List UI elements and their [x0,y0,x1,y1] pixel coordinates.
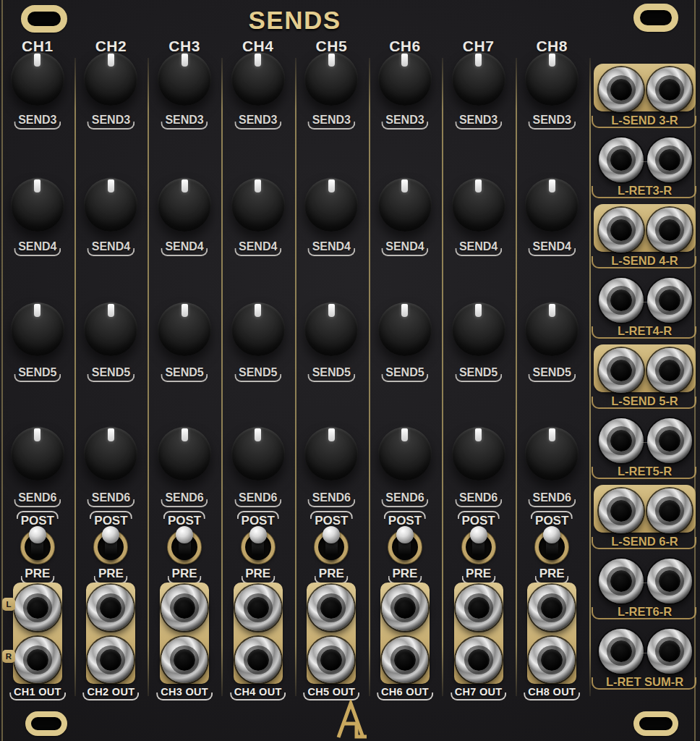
send-level-knob[interactable] [231,302,285,356]
send-level-knob[interactable] [158,52,211,106]
send-jack-left[interactable] [599,67,644,112]
send-level-knob[interactable] [452,427,505,480]
output-jack-left[interactable] [308,585,354,631]
output-jack-left[interactable] [161,585,208,631]
send-level-knob[interactable] [452,178,505,232]
send-level-knob[interactable] [378,302,432,356]
output-jack-right[interactable] [382,637,428,683]
send-level-knob[interactable] [231,52,285,106]
pre-post-toggle[interactable] [92,527,129,566]
label-bracket [88,374,135,382]
send-level-knob[interactable] [452,302,505,356]
output-jack-left[interactable] [14,585,61,631]
channel-out-label: CH5 OUT [307,686,355,698]
pre-label: PRE [98,567,124,581]
send-level-knob[interactable] [84,178,137,232]
send-label: SEND3 [312,114,351,127]
label-bracket [529,374,576,382]
column-divider [516,58,517,696]
pre-post-toggle[interactable] [19,527,56,566]
label-bracket [308,374,355,382]
send-level-knob[interactable] [525,302,579,356]
toggle-lever-tip [176,526,193,543]
send-level-knob[interactable] [304,178,358,232]
pre-post-toggle[interactable] [460,527,498,566]
label-bracket [455,122,502,130]
output-jack-right[interactable] [14,637,61,683]
pre-post-toggle[interactable] [386,527,424,566]
send-jack-right[interactable] [647,488,692,533]
send-level-knob[interactable] [525,52,579,106]
toggle-lever-tip [543,526,560,543]
send-jack-right[interactable] [647,67,692,112]
send-level-knob[interactable] [304,302,358,356]
send-jack-right[interactable] [647,208,692,253]
output-jack-right[interactable] [88,637,134,683]
output-jack-right[interactable] [308,637,354,683]
send-level-knob[interactable] [84,52,137,106]
send-level-knob[interactable] [525,178,579,232]
send-jack-right[interactable] [647,348,692,393]
send-label: SEND4 [165,240,203,253]
output-jack-right[interactable] [161,637,208,683]
label-bracket [161,122,208,130]
send-level-knob[interactable] [378,52,432,106]
output-jack-left[interactable] [235,585,281,631]
column-divider [589,58,591,696]
send-level-knob[interactable] [11,178,64,232]
send-level-knob[interactable] [231,427,285,480]
output-jack-right[interactable] [456,637,502,683]
send-level-knob[interactable] [231,178,285,232]
send-jack-left[interactable] [599,488,644,533]
label-bracket [377,693,433,700]
channel-strip-4: CH4SEND3SEND4SEND5SEND6POSTPRECH4 OUT [221,0,295,741]
send-jack-left[interactable] [599,208,644,253]
send-level-knob[interactable] [158,178,211,232]
channel-out-label: CH4 OUT [234,686,282,698]
output-jack-right[interactable] [529,637,575,683]
pre-post-toggle[interactable] [312,527,350,566]
return-row-label: L-RET3-R [618,184,672,198]
send-label: SEND4 [239,240,277,253]
send-label: SEND5 [385,366,424,379]
column-divider [442,58,443,696]
send-level-knob[interactable] [158,427,211,480]
send-level-knob[interactable] [378,427,432,480]
send-level-knob[interactable] [11,302,64,356]
label-bracket [381,248,428,256]
send-label: SEND6 [92,491,130,504]
send-jack-left[interactable] [599,348,644,393]
channel-strip-6: CH6SEND3SEND4SEND5SEND6POSTPRECH6 OUT [368,0,442,741]
send-level-knob[interactable] [11,427,64,480]
send-label: SEND5 [533,366,571,379]
panel-edge-line [694,0,696,741]
pre-post-toggle[interactable] [239,527,277,566]
pre-label: PRE [245,567,270,581]
output-jack-left[interactable] [529,585,575,631]
pre-post-toggle[interactable] [166,527,203,566]
output-jack-left[interactable] [382,585,428,631]
label-bracket [230,693,286,700]
right-arrow-icon: → [635,292,655,308]
output-jack-left[interactable] [88,585,134,631]
send-level-knob[interactable] [304,52,358,106]
send-row-label: L-SEND 6-R [611,535,678,549]
column-divider [369,58,370,696]
send-level-knob[interactable] [452,52,505,106]
send-level-knob[interactable] [158,302,211,356]
send-level-knob[interactable] [378,178,432,232]
return-row-label: L-RET6-R [618,605,672,619]
send-label: SEND6 [459,491,498,504]
pre-post-toggle[interactable] [533,527,571,566]
left-jack-badge: L [2,598,15,611]
send-level-knob[interactable] [84,302,137,356]
output-jack-right[interactable] [235,637,281,683]
send-level-knob[interactable] [84,427,137,480]
output-jack-left[interactable] [456,585,502,631]
label-bracket [14,122,61,130]
send-level-knob[interactable] [525,427,579,480]
channel-strip-1: CH1SEND3SEND4SEND5SEND6POSTPRECH1 OUT [1,0,74,741]
send-level-knob[interactable] [11,52,64,106]
label-bracket [455,374,502,382]
send-level-knob[interactable] [304,427,358,480]
